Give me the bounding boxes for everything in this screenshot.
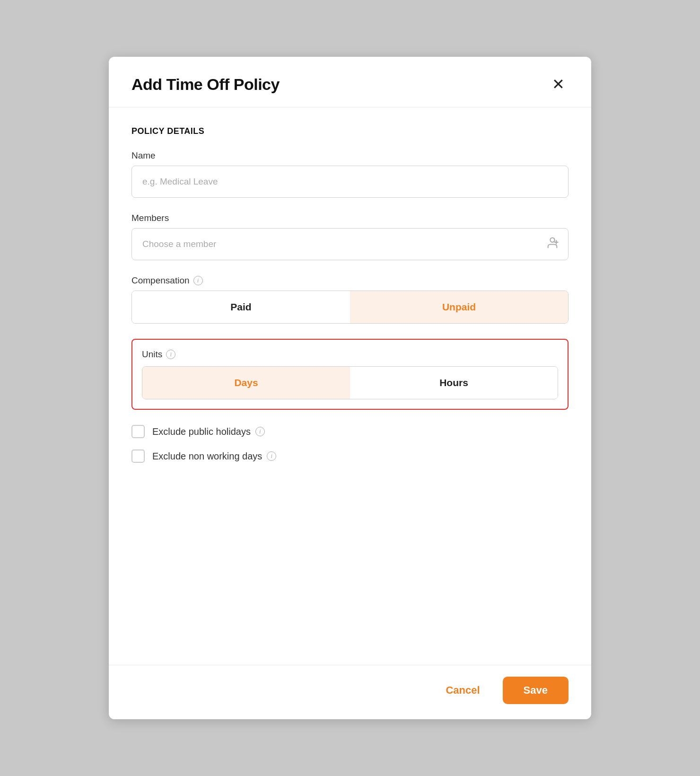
modal-footer: Cancel Save [109, 665, 591, 719]
members-input-wrapper [131, 228, 569, 260]
units-toggle-group: Days Hours [142, 366, 558, 399]
units-label: Units i [142, 349, 558, 360]
compensation-field-group: Compensation i Paid Unpaid [131, 275, 569, 324]
members-input[interactable] [131, 228, 569, 260]
compensation-label: Compensation i [131, 275, 569, 286]
exclude-public-holidays-info-icon: i [255, 427, 265, 436]
exclude-non-working-days-info-icon: i [267, 451, 276, 461]
modal-dialog: Add Time Off Policy ✕ POLICY DETAILS Nam… [109, 57, 591, 719]
exclude-non-working-days-checkbox[interactable] [131, 450, 145, 463]
modal-overlay: Add Time Off Policy ✕ POLICY DETAILS Nam… [0, 0, 700, 776]
member-add-icon [546, 236, 559, 252]
save-button[interactable]: Save [503, 677, 569, 704]
exclude-non-working-days-label: Exclude non working days i [152, 451, 276, 462]
checkboxes-group: Exclude public holidays i Exclude non wo… [131, 425, 569, 463]
units-days-button[interactable]: Days [142, 367, 350, 399]
cancel-button[interactable]: Cancel [432, 678, 493, 703]
modal-title: Add Time Off Policy [131, 75, 280, 94]
compensation-unpaid-button[interactable]: Unpaid [350, 291, 568, 323]
exclude-public-holidays-item: Exclude public holidays i [131, 425, 569, 438]
members-field-group: Members [131, 213, 569, 260]
name-field-group: Name [131, 150, 569, 198]
modal-header: Add Time Off Policy ✕ [109, 57, 591, 107]
svg-point-0 [550, 238, 554, 242]
name-input[interactable] [131, 166, 569, 198]
compensation-paid-button[interactable]: Paid [132, 291, 350, 323]
modal-body: POLICY DETAILS Name Members [109, 107, 591, 665]
units-field-group: Units i Days Hours [131, 339, 569, 410]
name-label: Name [131, 150, 569, 161]
compensation-info-icon: i [193, 276, 203, 285]
close-button[interactable]: ✕ [548, 75, 569, 94]
units-info-icon: i [166, 350, 175, 359]
exclude-non-working-days-item: Exclude non working days i [131, 450, 569, 463]
exclude-public-holidays-label: Exclude public holidays i [152, 426, 265, 437]
members-label: Members [131, 213, 569, 223]
section-title-policy-details: POLICY DETAILS [131, 126, 569, 136]
units-hours-button[interactable]: Hours [350, 367, 558, 399]
exclude-public-holidays-checkbox[interactable] [131, 425, 145, 438]
compensation-toggle-group: Paid Unpaid [131, 291, 569, 324]
